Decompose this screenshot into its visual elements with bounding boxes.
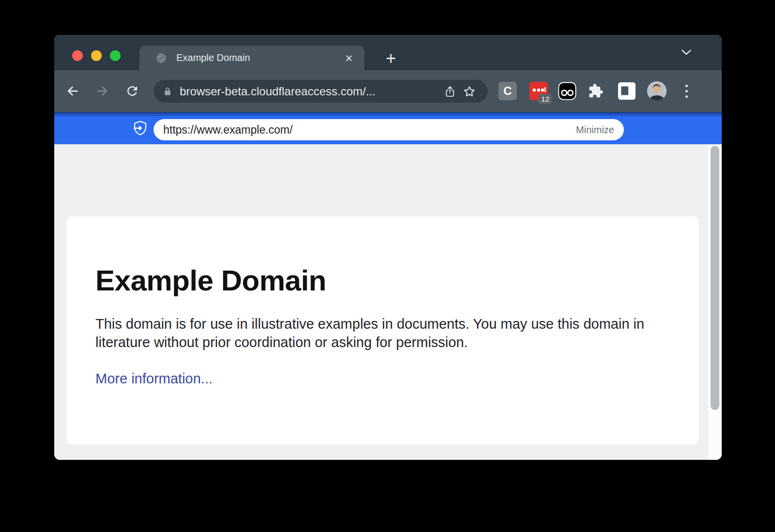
extension-c-icon[interactable]: C bbox=[498, 82, 517, 100]
globe-favicon-icon bbox=[155, 52, 168, 64]
desktop-background: Example Domain × + bbox=[0, 0, 775, 532]
tab-strip: Example Domain × + bbox=[54, 35, 722, 70]
browser-window: Example Domain × + bbox=[54, 35, 722, 460]
window-controls bbox=[72, 50, 121, 61]
omnibox[interactable]: browser-beta.cloudflareaccess.com/... bbox=[154, 80, 488, 103]
back-button[interactable] bbox=[62, 80, 83, 102]
url-text[interactable]: browser-beta.cloudflareaccess.com/... bbox=[180, 85, 440, 98]
isolation-bar: https://www.example.com/ Minimize bbox=[54, 112, 722, 144]
tab-title: Example Domain bbox=[176, 52, 345, 63]
new-tab-button[interactable]: + bbox=[379, 47, 403, 70]
extension-black-circles-icon[interactable] bbox=[558, 82, 576, 100]
page-title: Example Domain bbox=[95, 264, 669, 297]
isolation-url-text[interactable]: https://www.example.com/ bbox=[163, 123, 576, 137]
shield-arrow-icon bbox=[134, 121, 147, 138]
scrollbar-thumb[interactable] bbox=[711, 146, 719, 410]
minimize-button[interactable]: Minimize bbox=[576, 124, 614, 136]
extension-red-dots-icon[interactable]: 12 bbox=[529, 82, 548, 100]
tab-example-domain[interactable]: Example Domain × bbox=[140, 46, 364, 70]
reload-button[interactable] bbox=[122, 80, 143, 102]
more-information-link[interactable]: More information... bbox=[95, 371, 213, 387]
share-icon[interactable] bbox=[440, 82, 460, 101]
page-paragraph: This domain is for use in illustrative e… bbox=[95, 315, 667, 351]
isolation-url-input[interactable]: https://www.example.com/ Minimize bbox=[154, 119, 624, 140]
minimize-window-button[interactable] bbox=[91, 50, 102, 61]
zoom-window-button[interactable] bbox=[110, 50, 121, 61]
toolbar: browser-beta.cloudflareaccess.com/... C … bbox=[54, 70, 722, 112]
close-window-button[interactable] bbox=[72, 50, 83, 61]
extension-badge: 12 bbox=[539, 94, 552, 104]
forward-button[interactable] bbox=[92, 80, 113, 102]
extensions-puzzle-icon[interactable] bbox=[587, 82, 605, 100]
tab-close-icon[interactable]: × bbox=[345, 52, 353, 64]
page-viewport: Example Domain This domain is for use in… bbox=[54, 144, 722, 460]
bookmark-star-icon[interactable] bbox=[460, 82, 479, 101]
kebab-menu-icon[interactable] bbox=[677, 81, 696, 101]
chevron-down-icon[interactable] bbox=[676, 42, 697, 63]
content-card: Example Domain This domain is for use in… bbox=[66, 216, 698, 444]
side-panel-icon[interactable] bbox=[618, 82, 636, 100]
scrollbar-track[interactable] bbox=[708, 144, 722, 460]
profile-avatar[interactable] bbox=[647, 81, 666, 101]
lock-icon bbox=[162, 82, 173, 101]
